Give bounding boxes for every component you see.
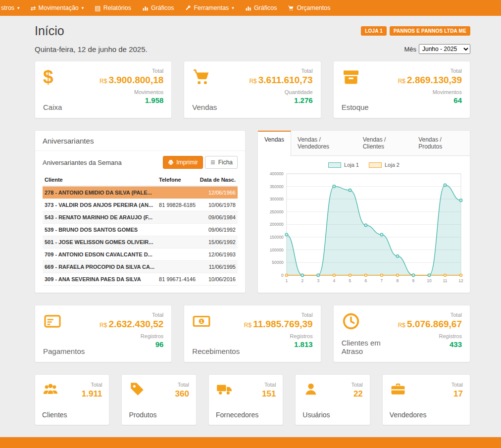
birthdate-cell: 10/06/2016 (198, 273, 238, 286)
nav-item-relatorios[interactable]: ▤ Relatórios (89, 0, 137, 16)
count-value: 1.276 (249, 96, 312, 104)
phone-cell: 81 99828-6185 (157, 199, 198, 211)
currency-symbol: R$ (100, 78, 107, 85)
mini-card-label: Vendedores (390, 411, 463, 419)
tag-icon (129, 381, 146, 398)
total-label: Total (249, 68, 312, 74)
svg-text:1: 1 (200, 319, 203, 324)
svg-text:50000: 50000 (272, 260, 284, 265)
svg-text:10: 10 (427, 278, 432, 283)
birthdate-cell: 12/06/1966 (198, 186, 238, 199)
birthdays-table: Cliente Telefone Data de Nasc. 278 - ANT… (43, 174, 238, 286)
print-button[interactable]: Imprimir (163, 156, 202, 169)
nav-item-graficos-2[interactable]: Gráficos (240, 0, 283, 16)
table-row[interactable]: 309 - ANA SEVERINA PAES DA SILVA 81 9967… (43, 273, 238, 286)
nav-item-label: Ferramentas (194, 4, 229, 11)
cart-icon (288, 5, 294, 11)
stat-card-label: Vendas (192, 103, 217, 111)
currency-symbol: R$ (244, 322, 251, 329)
month-label: Mês (404, 46, 416, 53)
current-date: Quinta-feira, 12 de junho de 2025. (35, 45, 148, 53)
legend-swatch-loja1 (328, 162, 341, 168)
birthdate-cell: 09/06/1984 (198, 211, 238, 224)
currency-symbol: R$ (100, 322, 107, 329)
table-row[interactable]: 543 - RENATO MARINHO DE ARAUJO (F... 09/… (43, 211, 238, 224)
svg-text:7: 7 (381, 278, 383, 283)
cart-icon (192, 68, 211, 87)
printer-icon (168, 159, 174, 165)
bar-chart-icon (142, 5, 149, 11)
svg-text:4: 4 (333, 278, 335, 283)
client-cell: 669 - RAFAELA PROCOPIO DA SILVA CA... (43, 261, 157, 273)
phone-cell (157, 236, 198, 249)
amount-value: 5.076.869,67 (407, 319, 462, 329)
caret-down-icon: ▾ (82, 5, 84, 10)
amount-value: 3.611.610,73 (258, 75, 313, 85)
svg-text:3: 3 (317, 278, 319, 283)
currency-symbol: R$ (249, 78, 256, 85)
print-button-label: Imprimir (176, 159, 198, 166)
mini-card-label: Clientes (42, 411, 102, 419)
tab-vendas-produtos[interactable]: Vendas / Produtos (412, 131, 470, 155)
birthdate-cell: 15/06/1992 (198, 236, 238, 249)
wrench-icon (185, 5, 191, 11)
banknote-icon: 1 (192, 312, 211, 331)
table-row[interactable]: 709 - ANTONIO EDSON CAVALCANTE D... 12/0… (43, 249, 238, 261)
users-group-icon (42, 381, 59, 398)
stat-card-vendas: Vendas Total R$3.611.610,73 Quantidade 1… (184, 61, 321, 118)
table-row[interactable]: 539 - BRUNO DOS SANTOS GOMES 09/06/1992 (43, 224, 238, 236)
amount-value: 11.985.769,39 (253, 319, 312, 329)
stat-card-label: Caixa (43, 103, 62, 111)
stat-card-label: Recebimentos (192, 347, 240, 355)
mini-card-produtos: Total 360 Produtos (121, 374, 196, 425)
stat-card-pagamentos: Pagamentos Total R$2.632.430,52 Registro… (35, 305, 172, 362)
mini-card-vendedores: Total 17 Vendedores (382, 374, 470, 425)
legend-swatch-loja2 (369, 162, 382, 168)
ficha-button[interactable]: Ficha (205, 156, 238, 169)
birthdate-cell: 11/06/1995 (198, 261, 238, 273)
count-label: Movimentos (100, 89, 163, 95)
count-value: 64 (398, 96, 462, 104)
total-amount: R$11.985.769,39 (244, 319, 313, 330)
nav-item-ferramentas[interactable]: Ferramentas ▾ (179, 0, 239, 16)
legend-item-loja1[interactable]: Loja 1 (328, 162, 359, 168)
table-row[interactable]: 501 - JOSE WELISSON GOMES OLIVEIR... 15/… (43, 236, 238, 249)
svg-text:300000: 300000 (270, 197, 284, 201)
svg-text:400000: 400000 (270, 171, 284, 176)
tab-vendas-clientes[interactable]: Vendas / Clientes (356, 131, 412, 155)
nav-item-label: Gráficos (254, 4, 277, 11)
top-navigation: stros ▾ ⇄ Movimentação ▾ ▤ Relatórios Gr… (0, 0, 501, 16)
list-icon (210, 159, 216, 165)
truck-icon (216, 381, 233, 398)
amount-value: 3.900.800,18 (108, 75, 163, 85)
nav-item-orcamentos[interactable]: Orçamentos (282, 0, 336, 16)
currency-symbol: R$ (398, 78, 405, 85)
client-cell: 501 - JOSE WELISSON GOMES OLIVEIR... (43, 236, 157, 249)
stat-card-caixa: $ Caixa Total R$3.900.800,18 Movimentos … (35, 61, 172, 118)
nav-item-movimentacao[interactable]: ⇄ Movimentação ▾ (25, 0, 90, 16)
client-cell: 373 - VALDIR DOS ANJOS PEREIRA (AN... (43, 199, 157, 211)
nav-item-graficos-1[interactable]: Gráficos (137, 0, 180, 16)
client-cell: 309 - ANA SEVERINA PAES DA SILVA (43, 273, 157, 286)
nav-item-label: stros (1, 4, 14, 11)
svg-text:250000: 250000 (270, 209, 284, 214)
total-label: Total (100, 312, 163, 318)
svg-text:1: 1 (285, 278, 288, 283)
birthdays-panel: Aniversariantes Aniversariantes da Seman… (35, 130, 246, 293)
tab-vendas-vendedores[interactable]: Vendas / Vendedores (291, 131, 356, 155)
total-label: Total (398, 68, 462, 74)
tab-vendas[interactable]: Vendas (258, 131, 291, 156)
total-label: Total (244, 312, 313, 318)
nav-item-cadastros[interactable]: stros ▾ (0, 0, 25, 16)
total-label: Total (398, 312, 462, 318)
month-select[interactable]: Junho - 2025 (419, 44, 470, 54)
credit-card-icon (43, 312, 62, 331)
table-row[interactable]: 278 - ANTONIO EMIDIO DA SILVA (PALE... 1… (43, 186, 238, 199)
currency-symbol: R$ (398, 322, 405, 329)
table-row[interactable]: 373 - VALDIR DOS ANJOS PEREIRA (AN... 81… (43, 199, 238, 211)
amount-value: 2.632.430,52 (108, 319, 163, 329)
legend-item-loja2[interactable]: Loja 2 (369, 162, 400, 168)
phone-cell (157, 249, 198, 261)
page-title: Início (35, 24, 64, 38)
table-row[interactable]: 669 - RAFAELA PROCOPIO DA SILVA CA... 11… (43, 261, 238, 273)
